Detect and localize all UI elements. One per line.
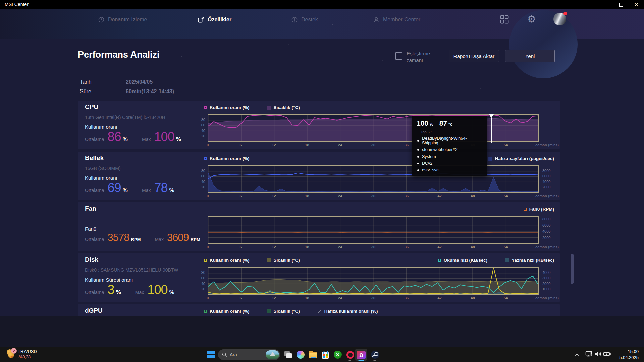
legend-item: Sıcaklık (°C) bbox=[267, 309, 300, 314]
task-view-button[interactable] bbox=[283, 350, 293, 359]
scrollbar-thumb[interactable] bbox=[571, 254, 574, 284]
new-report-button[interactable]: Yeni bbox=[505, 50, 555, 62]
y-axis-left: 80604020 bbox=[196, 267, 205, 295]
steam-button[interactable] bbox=[370, 350, 380, 359]
tab-label: Member Center bbox=[383, 17, 420, 23]
legend-item: Kullanım oranı (%) bbox=[204, 156, 250, 161]
down-arrow-icon bbox=[10, 356, 13, 358]
currency-pair[interactable]: TRY/USD bbox=[18, 349, 37, 354]
settings-button[interactable]: ⚙ bbox=[527, 13, 536, 25]
legend-label: Hafıza kullanım oranı (%) bbox=[324, 309, 378, 314]
legend-label: Sıcaklık (°C) bbox=[274, 105, 300, 110]
x-axis-tick: 54 bbox=[504, 194, 508, 198]
tab-hardware-monitoring[interactable]: Donanım İzleme bbox=[98, 15, 147, 25]
x-axis-tick: 42 bbox=[437, 245, 441, 249]
y-axis-tick: 3000 bbox=[542, 276, 559, 280]
memory-chart[interactable] bbox=[208, 165, 539, 193]
y-axis-tick: 2000 bbox=[542, 185, 559, 189]
tooltip-process: steamwebhelper#2 bbox=[417, 147, 482, 152]
fan-card: Fan Fan0 Ortalama 3578 RPM Max 3609 RPM … bbox=[78, 202, 560, 251]
copilot-button[interactable] bbox=[296, 350, 305, 359]
tray-chevron-button[interactable] bbox=[572, 350, 582, 359]
file-explorer-button[interactable] bbox=[308, 350, 318, 359]
avg-value: 3578 bbox=[108, 232, 129, 243]
minimize-button[interactable]: – bbox=[598, 0, 613, 9]
widget-badge: 2 bbox=[11, 348, 17, 354]
search-icon bbox=[222, 352, 227, 357]
card-subtitle: 13th Gen Intel(R) Core(TM) i5-13420H bbox=[85, 115, 165, 120]
tab-features[interactable]: Özellikler bbox=[197, 15, 231, 25]
x-axis-tick: 48 bbox=[471, 296, 475, 300]
disk-chart[interactable] bbox=[208, 267, 539, 295]
legend-label: Kullanım oranı (%) bbox=[210, 105, 250, 110]
process-name: System bbox=[422, 154, 436, 159]
store-icon bbox=[322, 352, 329, 359]
folder-icon bbox=[309, 352, 317, 358]
xbox-button[interactable]: ✕ bbox=[333, 350, 342, 359]
avatar[interactable] bbox=[553, 13, 566, 25]
avg-unit: % bbox=[123, 187, 128, 194]
tab-member-center[interactable]: Member Center bbox=[373, 15, 420, 25]
search-highlight-image[interactable] bbox=[266, 350, 279, 359]
metric-label: Kullanım oranı bbox=[85, 175, 117, 181]
legend-label: Sıcaklık (°C) bbox=[274, 309, 300, 314]
search-input[interactable] bbox=[230, 352, 263, 357]
max-unit: % bbox=[169, 289, 174, 296]
x-axis: 061218243036424854 bbox=[208, 194, 539, 199]
card-subtitle: 16GB (SODIMM) bbox=[85, 166, 121, 171]
msi-center-button[interactable]: Ω bbox=[357, 350, 366, 360]
pair-time-checkbox[interactable] bbox=[395, 52, 402, 60]
export-report-button[interactable]: Raporu Dışa Aktar bbox=[449, 50, 499, 62]
avg-label: Ortalama bbox=[85, 188, 104, 193]
max-unit: RPM bbox=[191, 237, 200, 242]
process-name: steamwebhelper#2 bbox=[422, 147, 458, 152]
apps-grid-button[interactable] bbox=[500, 15, 509, 25]
y-axis-tick: 40 bbox=[196, 180, 205, 184]
fan-chart[interactable] bbox=[208, 216, 539, 244]
tab-support[interactable]: Destek bbox=[291, 15, 318, 25]
x-axis-tick: 12 bbox=[272, 296, 276, 300]
currency-change[interactable]: -%0,38 bbox=[18, 355, 31, 359]
opera-gx-button[interactable] bbox=[345, 350, 355, 359]
card-title: Fan bbox=[85, 205, 96, 213]
card-subtitle: Disk0 : SAMSUNG MZVL8512HELU-00BTW bbox=[85, 267, 178, 273]
minimize-icon: – bbox=[604, 2, 606, 7]
maximize-button[interactable] bbox=[613, 0, 629, 9]
x-axis-tick: 30 bbox=[371, 245, 375, 249]
close-button[interactable]: ✕ bbox=[629, 0, 644, 9]
legend-swatch-icon bbox=[438, 259, 441, 262]
y-axis-tick: 40 bbox=[196, 129, 205, 133]
legend-swatch-icon bbox=[505, 258, 509, 262]
avg-value: 86 bbox=[108, 130, 121, 144]
chart-legend: Kullanım oranı (%)Sıcaklık (°C) bbox=[204, 105, 300, 110]
tray-battery-button[interactable] bbox=[602, 350, 612, 359]
x-axis-tick: 24 bbox=[338, 245, 342, 249]
avg-label: Ortalama bbox=[85, 290, 104, 295]
tray-network-button[interactable] bbox=[584, 350, 594, 359]
task-view-icon bbox=[284, 350, 292, 359]
tray-clock[interactable]: 15:00 5.04.2025 bbox=[613, 349, 639, 361]
member-icon bbox=[373, 16, 380, 23]
max-label: Max bbox=[142, 137, 151, 142]
y-axis-tick: 60 bbox=[196, 174, 205, 178]
chevron-up-icon bbox=[575, 352, 579, 358]
x-axis-tick: 54 bbox=[504, 245, 508, 249]
process-name: DeadByDaylight-Win64-Shipping bbox=[422, 136, 482, 145]
taskbar-search[interactable] bbox=[218, 349, 280, 360]
y-axis-tick: 80 bbox=[196, 118, 205, 122]
x-axis-tick: 18 bbox=[305, 194, 309, 198]
y-axis-tick: 2000 bbox=[542, 236, 559, 240]
microsoft-store-button[interactable] bbox=[321, 350, 330, 359]
x-axis-tick: 36 bbox=[405, 143, 409, 147]
y-axis-tick: 20 bbox=[196, 185, 205, 189]
x-axis-tick: 18 bbox=[305, 245, 309, 249]
tooltip-process: DeadByDaylight-Win64-Shipping bbox=[417, 136, 482, 145]
tray-volume-button[interactable] bbox=[594, 350, 603, 359]
tab-label: Özellikler bbox=[208, 17, 231, 23]
copilot-icon bbox=[297, 351, 305, 359]
max-value: 78 bbox=[154, 181, 167, 195]
tab-label: Destek bbox=[301, 17, 318, 23]
y-axis-tick: 6000 bbox=[542, 223, 559, 227]
start-button[interactable] bbox=[207, 351, 215, 358]
avg-unit: % bbox=[116, 289, 121, 296]
